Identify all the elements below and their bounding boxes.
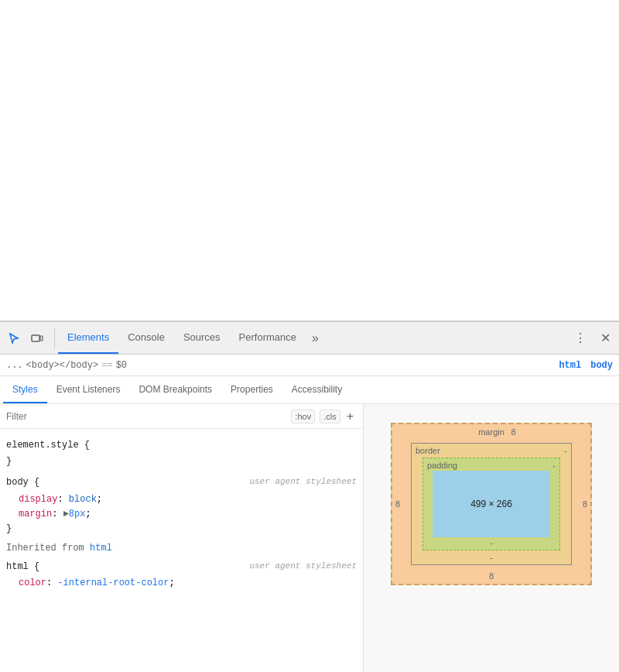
margin-value-right: 8 [583,499,587,509]
box-margin-layer: margin 8 8 8 8 border - [391,423,592,585]
filter-input[interactable] [6,411,288,422]
border-value: - [564,446,567,455]
breadcrumb-sep1: == [101,360,112,371]
subtab-event-listeners[interactable]: Event Listeners [47,376,130,403]
box-model-panel: margin 8 8 8 8 border - [364,404,619,672]
padding-label: padding [427,461,457,470]
tab-sources[interactable]: Sources [174,322,230,354]
filter-hov-button[interactable]: :hov [291,410,315,423]
breadcrumb: ... <body></body> == $0 html body [0,355,619,376]
devtools-tabs: Elements Console Sources Performance » [58,322,569,354]
filter-cls-button[interactable]: .cls [320,410,340,423]
devtools-toolbar-right: ⋮ ✕ [569,327,616,349]
styles-content: element.style { } body { user agent styl… [0,429,363,672]
device-toggle-button[interactable] [26,327,48,349]
style-prop-margin: margin : ► 8px ; [6,507,357,522]
more-options-button[interactable]: ⋮ [569,327,591,349]
prop-colon-margin: : [52,507,63,522]
style-selector-html: html { user agent stylesheet [6,560,357,574]
style-block-html: html { user agent stylesheet color : -in… [0,557,363,594]
devtools-panel: Elements Console Sources Performance » ⋮… [0,321,619,672]
breadcrumb-dollar0[interactable]: $0 [116,360,127,371]
box-padding-layer: padding - 499 × 266 - [422,458,560,550]
subtab-accessibility[interactable]: Accessibility [282,376,351,403]
filter-bar: :hov .cls + [0,404,363,429]
content-size-text: 499 × 266 [470,499,512,509]
close-icon: ✕ [600,331,610,345]
style-block-element: element.style { } [0,435,363,472]
style-prop-display: display : block ; [6,492,357,507]
prop-value-color[interactable]: -internal-root-color [57,576,169,591]
device-icon [31,332,43,345]
prop-value-display[interactable]: block [69,492,97,507]
prop-colon-color: : [46,576,57,591]
padding-bottom-dash: - [490,538,493,547]
prop-value-margin[interactable]: 8px [69,507,86,522]
breadcrumb-html[interactable]: html [559,360,581,371]
prop-name-color[interactable]: color [19,576,46,591]
selector-html-text[interactable]: html { [6,561,39,572]
subtab-dom-breakpoints[interactable]: DOM Breakpoints [129,376,221,403]
style-selector-body: body { user agent stylesheet [6,475,357,490]
prop-semi-margin: ; [85,507,91,522]
devtools-main: :hov .cls + element.style { } body { [0,404,619,672]
style-close-body: } [6,522,357,537]
prop-triangle-margin[interactable]: ► [63,507,69,522]
border-label: border [416,446,440,455]
tab-console[interactable]: Console [118,322,174,354]
svg-rect-1 [40,336,43,341]
prop-colon-display: : [57,492,68,507]
breadcrumb-ellipsis[interactable]: ... [6,360,23,371]
svg-rect-0 [32,335,39,341]
subtab-styles[interactable]: Styles [3,376,47,403]
prop-semi-color: ; [169,576,174,591]
breadcrumb-body[interactable]: body [590,360,613,371]
tab-performance[interactable]: Performance [230,322,306,354]
browser-page [0,0,619,321]
styles-panel: :hov .cls + element.style { } body { [0,404,364,672]
padding-dash: - [552,461,556,470]
more-options-icon: ⋮ [574,331,587,345]
box-content-layer: 499 × 266 [433,471,550,537]
devtools-icon-group [3,327,55,349]
devtools-subtabs: Styles Event Listeners DOM Breakpoints P… [0,376,619,404]
inspect-element-button[interactable] [3,327,25,349]
cursor-icon [8,332,20,345]
style-block-body: body { user agent stylesheet display : b… [0,472,363,540]
style-selector-element: element.style { [6,438,357,453]
margin-value-left: 8 [395,499,400,509]
box-model-diagram: margin 8 8 8 8 border - [391,423,592,585]
style-source-html: user agent stylesheet [249,560,357,574]
margin-value-top: 8 [511,427,516,437]
close-devtools-button[interactable]: ✕ [594,327,616,349]
devtools-toolbar: Elements Console Sources Performance » ⋮… [0,322,619,355]
style-source-body: user agent stylesheet [249,475,357,489]
prop-name-display[interactable]: display [19,492,57,507]
breadcrumb-body-tag[interactable]: <body></body> [26,360,99,371]
inherited-html-link[interactable]: html [90,543,112,554]
filter-add-button[interactable]: + [344,410,357,423]
margin-value-bottom: 8 [489,571,494,581]
style-close-element: } [6,454,357,469]
prop-semi-display: ; [97,492,102,507]
tab-elements[interactable]: Elements [58,322,118,354]
style-prop-color: color : -internal-root-color ; [6,576,357,591]
prop-name-margin[interactable]: margin [19,507,52,522]
inherited-from-html: Inherited from html [0,540,363,557]
tab-more[interactable]: » [306,322,325,354]
border-bottom-dash: - [490,553,493,562]
margin-label-top: margin [392,427,590,437]
selector-body-text[interactable]: body { [6,477,39,488]
box-border-layer: border - padding - 499 × 266 [411,443,572,565]
subtab-properties[interactable]: Properties [221,376,282,403]
